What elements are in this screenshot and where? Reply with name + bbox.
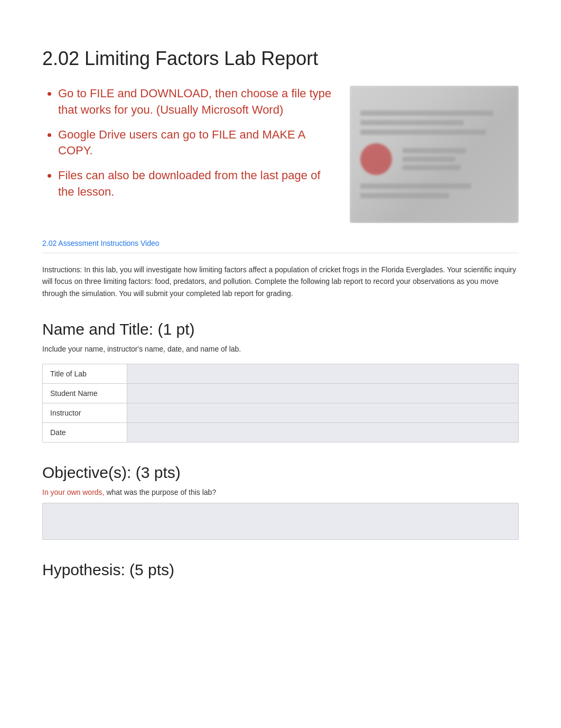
hypothesis-section: Hypothesis: (5 pts) xyxy=(42,561,519,579)
intro-section: Go to FILE and DOWNLOAD, then choose a f… xyxy=(42,86,519,223)
input-student-name[interactable] xyxy=(127,384,519,403)
bullet-item-3: Files can also be downloaded from the la… xyxy=(58,168,334,200)
bullet-item-1: Go to FILE and DOWNLOAD, then choose a f… xyxy=(58,86,334,118)
name-title-form: Title of Lab Student Name Instructor Dat… xyxy=(42,364,519,443)
objectives-section: Objective(s): (3 pts) In your own words,… xyxy=(42,464,519,540)
label-instructor: Instructor xyxy=(43,403,127,423)
section-subtext-name-title: Include your name, instructor's name, da… xyxy=(42,345,519,353)
label-student-name: Student Name xyxy=(43,384,127,403)
video-link[interactable]: 2.02 Assessment Instructions Video xyxy=(42,239,519,253)
input-instructor[interactable] xyxy=(127,403,519,423)
label-date: Date xyxy=(43,423,127,443)
table-row: Title of Lab xyxy=(43,364,519,384)
in-your-own-words-label: In your own words, xyxy=(42,488,105,496)
table-row: Instructor xyxy=(43,403,519,423)
instructions-text: Instructions: In this lab, you will inve… xyxy=(42,264,519,299)
thumbnail-image xyxy=(350,86,519,223)
objective-prompt-suffix: what was the purpose of this lab? xyxy=(105,488,217,496)
input-date[interactable] xyxy=(127,423,519,443)
input-title-of-lab[interactable] xyxy=(127,364,519,384)
objective-prompt: In your own words, what was the purpose … xyxy=(42,488,519,496)
section-heading-hypothesis: Hypothesis: (5 pts) xyxy=(42,561,519,579)
table-row: Date xyxy=(43,423,519,443)
page-title: 2.02 Limiting Factors Lab Report xyxy=(42,48,519,70)
bullet-list: Go to FILE and DOWNLOAD, then choose a f… xyxy=(42,86,334,223)
section-heading-name-title: Name and Title: (1 pt) xyxy=(42,320,519,338)
section-heading-objectives: Objective(s): (3 pts) xyxy=(42,464,519,482)
objective-text-area[interactable] xyxy=(42,503,519,540)
bullet-item-2: Google Drive users can go to FILE and MA… xyxy=(58,127,334,160)
table-row: Student Name xyxy=(43,384,519,403)
label-title-of-lab: Title of Lab xyxy=(43,364,127,384)
